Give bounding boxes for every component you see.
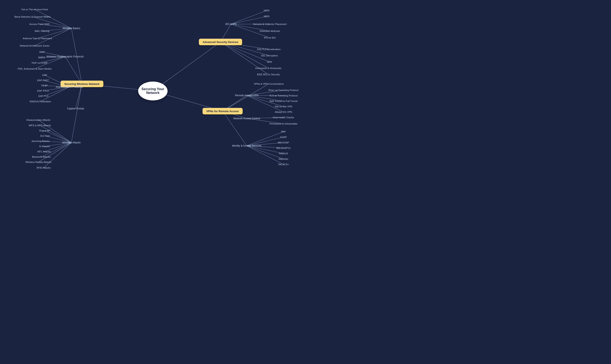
- svg-line-11: [222, 111, 247, 146]
- node-bluetooth-attacks: Bluetooth Attacks: [32, 156, 51, 158]
- node-vpns-&-vpn-concentrators: VPNs & VPN Concentrators: [254, 83, 284, 85]
- node-fat-vs-thin-access-point: Fat vs Thin Access Point: [21, 8, 48, 11]
- node-site-to-site-vpn: Site-to-Site VPN: [275, 105, 292, 108]
- node-ssl/tls-accelerators: SSL/TLS Accelerators: [257, 48, 281, 51]
- node-remote-access-vpn: Remote Access VPN: [235, 94, 258, 97]
- node-identity-&-access-services: Identity & Access Services: [232, 144, 262, 147]
- node-nids: NIDS: [264, 15, 269, 18]
- node-host-health-checks: Host Health Checks: [273, 116, 294, 119]
- highlight-asd: Advanced Security Devices: [199, 39, 242, 45]
- node-eap: EAP: [42, 74, 47, 76]
- node-evil-twin: Evil Twin: [40, 135, 50, 137]
- svg-line-12: [35, 9, 71, 28]
- svg-line-13: [33, 17, 71, 28]
- node-ms-chapv2: MS-CHAPV2: [276, 147, 290, 149]
- node-wps-&-wps-attacks: WPS & WPS Attacks: [29, 124, 51, 127]
- node-wap2: WAP2: [38, 56, 45, 59]
- node-ips-vs-ids: IPS vs IDS: [264, 37, 276, 39]
- svg-line-38: [231, 11, 267, 24]
- node-authentication-protocols: Authentication Protocols: [56, 86, 83, 89]
- node-wireless-replay-attacks: Wireless Replay Attacks: [25, 161, 51, 163]
- node-jamming-attacks: Jamming Attacks: [31, 140, 50, 142]
- node-ids-&-ips: IDS & IPS: [225, 23, 237, 26]
- node-access-point-ssid: Access Point SSID: [29, 23, 50, 25]
- svg-line-1: [153, 42, 221, 91]
- node-detection-methods: Detection Methods: [260, 30, 280, 32]
- node-rfid-attacks: RFID Attacks: [37, 167, 51, 169]
- node-mac-filtering: MAC Filtering: [35, 30, 49, 32]
- node-antenna-type-&-placement: Antenna Type & Placement: [23, 37, 52, 40]
- node-network-architecture-zones: Network Architecture Zones: [20, 44, 49, 47]
- node-ssl-decryptors: SSL Decryptors: [261, 54, 278, 57]
- svg-line-27: [40, 87, 69, 102]
- node-captive-portals: Captive Portals: [67, 107, 84, 110]
- node-ipsec-as-tunneling-protocol: IPsec as Tunneling Protocol: [269, 89, 299, 91]
- node-disassociation-attacks: Disassociation Attacks: [27, 119, 50, 121]
- node-always-on-vpn: Always-On VPN: [275, 111, 292, 113]
- node-psk,-enterprise-&-open-modes: PSK, Enterprise & Open Modes: [18, 67, 52, 70]
- node-peap: PEAP: [41, 84, 48, 87]
- node-hids: HIDS: [264, 9, 269, 12]
- svg-line-53: [247, 95, 283, 112]
- svg-line-48: [222, 84, 269, 111]
- node-chap: CHAP: [280, 136, 287, 138]
- node-ieee-802.1x-security: IEEE 802.1x Security: [257, 73, 280, 76]
- node-wireless-cryptographic-protoco: Wireless Cryptographic Protocols: [46, 55, 83, 58]
- node-tls-as-tunneling-protocol: TLS as Tunneling Protocol: [269, 94, 298, 97]
- node-eap-ttls: EAP-TTLS: [37, 90, 49, 92]
- node-band-selection-&-channel-width: Band Selection & Channel Widths: [14, 15, 51, 18]
- node-wireless-basics: Wireless Basics: [63, 27, 80, 30]
- node-network-access-control: Network Access Control: [233, 117, 260, 120]
- node-tkip-vs-ccmp: TKIP vs CCMP: [31, 62, 47, 64]
- node-wireless-attacks: Wireless Attacks: [62, 141, 81, 144]
- node-nfc-attacks: NFC Attacks: [37, 150, 51, 153]
- mind-map: Securing YourNetworkSecuring Wireless Ne…: [0, 0, 306, 182]
- svg-line-47: [221, 42, 268, 74]
- highlight-vpn: VPNs for Remote Access: [203, 108, 243, 115]
- node-split-tunnel-vs-full-tunnel: Split Tunnel vs Full Tunnel: [269, 100, 298, 102]
- node-diameter: Diameter: [279, 158, 289, 160]
- center-node: Securing YourNetwork: [138, 82, 167, 100]
- svg-line-7: [71, 84, 82, 143]
- node-rogue-ap: Rogue AP: [39, 129, 50, 132]
- node-wap: WAP: [39, 51, 45, 53]
- node-permanent-vs-dissolvable: Permanent vs Dissolvable: [270, 122, 298, 125]
- node-pap: PAP: [281, 130, 286, 133]
- node-ms-chap: MS-CHAP: [278, 141, 289, 144]
- node-radius: RADIUS: [279, 152, 288, 155]
- node-sensors-&-collector-placement: Sensors & Collector Placement: [253, 23, 286, 25]
- node-radius-federation: RADIUS Federation: [30, 100, 51, 103]
- node-honeypots-&-honeynets: Honeypots & Honeynets: [255, 67, 281, 69]
- node-eap-fast: EAP-FAST: [37, 79, 49, 82]
- node-iv-attacks: IV Attacks: [39, 145, 50, 148]
- svg-line-4: [65, 57, 82, 84]
- node-tacacs+: TACACS+: [278, 163, 289, 166]
- node-eap-tls: EAP-TLS: [38, 95, 49, 97]
- node-sdn: SDN: [267, 61, 272, 63]
- svg-line-35: [41, 143, 71, 157]
